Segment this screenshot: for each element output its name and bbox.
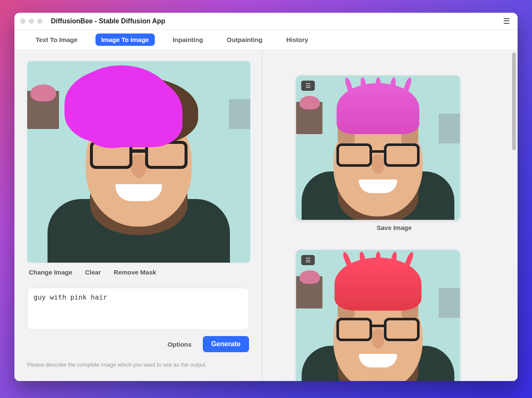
app-menu-icon[interactable]: ☰	[503, 17, 510, 26]
prompt-input[interactable]	[27, 288, 249, 330]
result-menu-icon[interactable]: ☰	[301, 81, 315, 91]
zoom-window-button[interactable]	[37, 19, 42, 24]
remove-mask-button[interactable]: Remove Mask	[114, 269, 156, 276]
clear-button[interactable]: Clear	[85, 269, 101, 276]
generate-row: Options Generate	[27, 336, 249, 352]
tab-text-to-image[interactable]: Text To Image	[30, 34, 84, 46]
result-image[interactable]: ☰	[296, 76, 460, 220]
source-image-canvas[interactable]	[27, 61, 250, 263]
options-button[interactable]: Options	[168, 341, 192, 348]
result-item: ☰ Save Image	[296, 76, 492, 231]
tab-inpainting[interactable]: Inpainting	[167, 34, 209, 46]
titlebar: DiffusionBee - Stable Diffusion App ☰	[14, 13, 518, 30]
source-image	[27, 61, 250, 263]
editor-panel: Change Image Clear Remove Mask Options G…	[14, 50, 262, 381]
prompt-hint: Please describe the complete image which…	[27, 362, 249, 368]
result-menu-icon[interactable]: ☰	[301, 255, 315, 265]
change-image-button[interactable]: Change Image	[29, 269, 73, 276]
content-area: Change Image Clear Remove Mask Options G…	[14, 50, 518, 381]
result-item: ☰	[296, 250, 492, 381]
tab-history[interactable]: History	[280, 34, 314, 46]
tab-outpainting[interactable]: Outpainting	[221, 34, 269, 46]
mask-overlay	[72, 65, 174, 140]
results-panel: ☰ Save Image	[262, 50, 518, 381]
close-window-button[interactable]	[20, 19, 25, 24]
window-title: DiffusionBee - Stable Diffusion App	[51, 17, 165, 25]
minimize-window-button[interactable]	[29, 19, 34, 24]
app-window: DiffusionBee - Stable Diffusion App ☰ Te…	[14, 13, 518, 381]
tab-image-to-image[interactable]: Image To Image	[95, 34, 155, 46]
window-controls	[20, 19, 42, 24]
save-image-button[interactable]: Save Image	[296, 224, 492, 231]
image-actions: Change Image Clear Remove Mask	[27, 269, 249, 276]
generate-button[interactable]: Generate	[203, 336, 249, 352]
result-image[interactable]: ☰	[296, 250, 460, 381]
mode-tabs: Text To Image Image To Image Inpainting …	[14, 30, 518, 50]
